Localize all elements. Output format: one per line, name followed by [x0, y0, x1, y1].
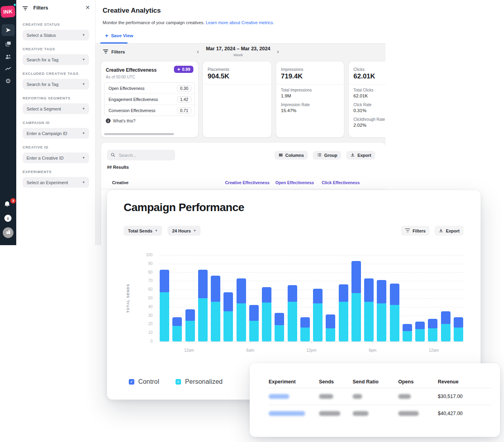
horizontal-scrollbar[interactable] — [104, 133, 174, 135]
metric-sub-label: Total Impressions — [281, 88, 341, 92]
close-icon[interactable]: ✕ — [85, 4, 90, 11]
bar-hour-22[interactable] — [428, 319, 437, 341]
nav-item-analytics[interactable] — [2, 63, 15, 75]
bar-segment-personalized — [223, 311, 233, 341]
checkbox-checked-icon[interactable]: ✓ — [176, 379, 181, 385]
ink-logo[interactable]: INK — [0, 6, 15, 18]
nav-item-settings[interactable]: ⚙ — [2, 75, 15, 87]
y-tick-label: 100 — [146, 253, 153, 257]
blurred-value — [319, 411, 340, 416]
bar-hour-23[interactable] — [441, 311, 451, 341]
bar-segment-personalized — [185, 321, 195, 341]
bar-hour-20[interactable] — [403, 324, 412, 341]
bar-hour-18[interactable] — [377, 280, 386, 341]
effectiveness-row: Conversion Effectiveness0.71 — [105, 105, 195, 116]
bar-hour-15[interactable] — [339, 284, 348, 341]
columns-button[interactable]: Columns — [275, 151, 308, 160]
metric-sub-label: Impression Rate — [281, 103, 341, 107]
nav-item-creatives[interactable] — [2, 38, 15, 50]
bar-segment-control — [441, 311, 451, 324]
bar-hour-9[interactable] — [262, 287, 271, 341]
metric-value: 904.5K — [208, 72, 229, 80]
bar-hour-2[interactable] — [172, 317, 182, 341]
blurred-cell-opens — [398, 411, 438, 416]
blurred-value — [269, 394, 289, 399]
search-icon — [111, 152, 115, 159]
filter-select-creative-status[interactable]: Select a Status▼ — [23, 30, 89, 40]
bar-segment-control — [288, 285, 297, 301]
bar-hour-8[interactable] — [249, 305, 259, 341]
filter-select-reporting-segments[interactable]: Select a Segment▼ — [23, 103, 89, 114]
bar-hour-11[interactable] — [288, 285, 297, 341]
bar-hour-17[interactable] — [364, 278, 374, 341]
next-week-chevron-icon[interactable]: › — [277, 48, 279, 55]
filter-select-excluded-creative-tags[interactable]: Search for a Tag▼ — [23, 79, 89, 90]
bars-container — [158, 255, 464, 341]
search-box[interactable] — [107, 150, 175, 160]
group-button[interactable]: Group — [313, 151, 341, 160]
date-range[interactable]: Mar 17, 2024 – Mar 23, 2024 Week — [95, 46, 381, 57]
divider — [276, 84, 344, 84]
bar-hour-14[interactable] — [326, 314, 335, 341]
bar-segment-control — [198, 270, 208, 298]
notifications-button[interactable]: 3 — [3, 200, 13, 211]
bar-hour-16[interactable] — [351, 261, 361, 341]
column-header-open-effectiveness[interactable]: Open Effectiveness — [275, 180, 314, 185]
legend-item-control[interactable]: ✓Control — [129, 378, 159, 385]
bar-segment-personalized — [211, 302, 220, 341]
filter-select-campaign-id[interactable]: Enter a Campaign ID▼ — [23, 128, 89, 139]
bar-hour-19[interactable] — [390, 284, 399, 341]
bar-hour-24[interactable] — [454, 317, 463, 341]
bar-segment-personalized — [237, 303, 246, 341]
chart-export-button[interactable]: Export — [435, 226, 464, 236]
bar-hour-1[interactable] — [160, 270, 169, 341]
bar-segment-control — [351, 261, 361, 293]
y-tick-label: 30 — [148, 313, 153, 318]
metric-sub-value: 0.31% — [353, 108, 386, 113]
bar-hour-10[interactable] — [275, 313, 284, 341]
checkbox-checked-icon[interactable]: ✓ — [129, 379, 134, 385]
bar-hour-5[interactable] — [211, 276, 220, 341]
chart-filters-button[interactable]: Filters — [401, 226, 430, 236]
legend-item-personalized[interactable]: ✓Personalized — [176, 378, 223, 385]
org-avatar[interactable] — [3, 227, 13, 238]
export-button[interactable]: Export — [346, 151, 375, 160]
bar-hour-7[interactable] — [237, 278, 246, 341]
bar-hour-13[interactable] — [313, 289, 323, 341]
column-header-click-effectiveness[interactable]: Click Effectiveness — [322, 180, 360, 185]
filter-section: CAMPAIGN IDEnter a Campaign ID▼ — [23, 121, 89, 139]
filter-section-label: CREATIVE STATUS — [23, 23, 89, 27]
bar-hour-21[interactable] — [415, 322, 425, 341]
range-select[interactable]: 24 Hours ▼ — [168, 226, 200, 236]
creative-effectiveness-card: Creative Effectiveness ✦ 0.99 As of 00:0… — [101, 61, 198, 137]
filter-select-creative-id[interactable]: Enter a Creative ID▼ — [23, 152, 89, 163]
bar-segment-personalized — [198, 298, 208, 341]
filter-section: EXCLUDED CREATIVE TAGSSearch for a Tag▼ — [23, 72, 89, 90]
metric-sub-value: 15.47% — [281, 108, 341, 113]
bar-segment-control — [403, 324, 412, 331]
blurred-cell-experiment[interactable] — [269, 394, 319, 399]
nav-item-audiences[interactable] — [2, 51, 15, 63]
search-input[interactable] — [118, 152, 167, 158]
x-tick-mark — [250, 341, 251, 343]
nav-item-send[interactable] — [2, 24, 15, 36]
bar-segment-control — [377, 280, 386, 303]
bar-hour-4[interactable] — [198, 270, 208, 341]
plus-icon: + — [105, 32, 108, 39]
learn-more-link[interactable]: Learn more about Creative metrics. — [206, 20, 274, 25]
help-button[interactable]: i — [4, 215, 11, 222]
filter-select-experiments[interactable]: Select an Experiment▼ — [23, 177, 89, 188]
filter-select-creative-tags[interactable]: Search for a Tag▼ — [23, 54, 89, 65]
bar-hour-12[interactable] — [300, 317, 310, 341]
filter-section-label: CREATIVE TAGS — [23, 47, 89, 51]
column-header-creative-effectiveness[interactable]: Creative Effectiveness — [225, 180, 269, 185]
bar-hour-6[interactable] — [223, 292, 233, 341]
blurred-cell-experiment[interactable] — [269, 411, 319, 416]
whats-this-link[interactable]: i What's this? — [106, 118, 136, 123]
bar-segment-personalized — [351, 293, 361, 341]
chevron-down-icon: ▼ — [82, 58, 85, 61]
metric-select[interactable]: Total Sends ▼ — [124, 226, 162, 236]
metric-sub-label: Total Clicks — [353, 88, 386, 92]
bar-hour-3[interactable] — [185, 309, 195, 341]
save-view-tab[interactable]: + Save View — [105, 32, 133, 39]
